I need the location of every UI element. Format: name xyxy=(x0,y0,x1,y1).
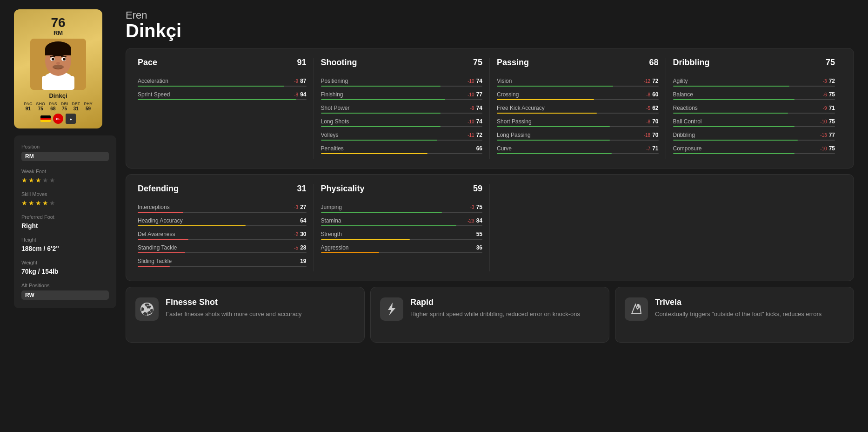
stat-change: -5 xyxy=(294,245,298,250)
player-silhouette xyxy=(30,39,86,90)
page-container: 76 RM xyxy=(0,0,868,352)
flag-club: ◆ xyxy=(66,114,76,124)
stat-num: 28 xyxy=(300,244,306,251)
trait-desc: Contextually triggers "outside of the fo… xyxy=(655,310,844,318)
stat-bar-fill xyxy=(673,126,795,127)
stat-name: Volleys xyxy=(321,132,339,138)
stat-bar-fill xyxy=(321,126,441,127)
stat-name: Heading Accuracy xyxy=(138,217,183,224)
stat-name: Jumping xyxy=(321,204,342,210)
player-first-name: Eren xyxy=(126,9,854,21)
stat-num: 87 xyxy=(300,78,306,84)
stat-name: Sprint Speed xyxy=(138,91,170,98)
stat-item: Balance -6 75 xyxy=(673,91,835,100)
position-row: Position RM xyxy=(21,144,109,161)
stat-name: Crossing xyxy=(497,91,519,98)
card-stat-dri: DRI75 xyxy=(61,101,68,111)
weight-row: Weight 70kg / 154lb xyxy=(21,260,109,275)
stat-change: -2 xyxy=(294,232,298,237)
stat-item: Sprint Speed -8 94 xyxy=(138,91,307,100)
stat-change: -13 xyxy=(820,133,827,138)
stat-item: Aggression 36 xyxy=(321,244,483,253)
category-name: Physicality xyxy=(321,184,365,194)
stat-category-physicality: Physicality 59 Jumping -3 75 Stamina xyxy=(314,184,490,271)
stat-num: 77 xyxy=(829,132,835,138)
svg-marker-15 xyxy=(388,303,395,316)
player-name-header: Eren Dinkçi xyxy=(126,9,854,40)
stat-bar-fill xyxy=(321,153,427,154)
alt-positions-label: Alt Positions xyxy=(21,283,109,288)
svg-rect-12 xyxy=(61,56,67,57)
category-value: 75 xyxy=(826,58,835,68)
stat-category-pace: Pace 91 Acceleration -9 87 Sprint Speed xyxy=(138,58,314,159)
category-value: 75 xyxy=(473,58,482,68)
stat-category-defending: Defending 31 Interceptions -3 27 Heading… xyxy=(138,184,314,271)
stat-item: Reactions -9 71 xyxy=(673,105,835,114)
stat-item: Jumping -3 75 xyxy=(321,204,483,213)
stat-item: Agility -3 72 xyxy=(673,78,835,87)
stat-bar xyxy=(321,153,483,154)
stat-item: Strength 55 xyxy=(321,231,483,240)
stat-bar xyxy=(321,252,483,253)
stat-category-passing: Passing 68 Vision -12 72 Crossing -8 xyxy=(490,58,666,159)
stat-bar xyxy=(497,86,659,87)
stat-bar-fill xyxy=(138,266,170,267)
stat-num: 74 xyxy=(476,105,482,111)
weight-value: 70kg / 154lb xyxy=(21,268,109,275)
stat-item: Crossing -8 60 xyxy=(497,91,659,100)
category-value: 68 xyxy=(649,58,658,68)
card-stat-phy: PHY59 xyxy=(84,101,93,111)
stat-bar-fill xyxy=(497,153,612,154)
stat-item: Ball Control -10 75 xyxy=(673,118,835,127)
stat-name: Long Shots xyxy=(321,118,349,125)
stats-card-main: Pace 91 Acceleration -9 87 Sprint Speed xyxy=(126,48,854,169)
stat-bar-fill xyxy=(321,239,410,240)
category-header: Pace 91 xyxy=(138,58,307,71)
stat-bar xyxy=(673,126,835,127)
stats-card-secondary: Defending 31 Interceptions -3 27 Heading… xyxy=(126,174,854,281)
stat-bar-fill xyxy=(497,140,610,141)
stat-bar xyxy=(497,126,659,127)
svg-rect-6 xyxy=(45,49,71,55)
stat-name: Def Awareness xyxy=(138,231,175,237)
svg-point-10 xyxy=(63,58,66,61)
stat-change: -10 xyxy=(820,119,827,124)
card-rating: 76 xyxy=(51,16,65,29)
stat-bar-fill xyxy=(321,113,441,114)
stat-bar-fill xyxy=(673,99,795,100)
stat-bar xyxy=(673,99,835,100)
stat-bar-fill xyxy=(673,113,788,114)
stat-item: Positioning -10 74 xyxy=(321,78,483,87)
svg-rect-11 xyxy=(50,56,55,57)
trait-name: Trivela xyxy=(655,297,844,307)
trait-name: Rapid xyxy=(410,297,600,307)
trait-card-trivela: Trivela Contextually triggers "outside o… xyxy=(615,287,854,343)
stat-num: 75 xyxy=(829,145,835,152)
stat-bar-fill xyxy=(138,99,296,100)
card-stat-sho: SHO75 xyxy=(36,101,45,111)
card-name: Dinkçi xyxy=(49,92,67,99)
stat-num: 60 xyxy=(652,91,658,98)
stat-bar-fill xyxy=(497,86,613,87)
stat-bar xyxy=(321,86,483,87)
weak-foot-stars: ★ ★ ★ ★ ★ xyxy=(21,176,109,184)
category-name: Pace xyxy=(138,58,157,68)
stat-change: -10 xyxy=(820,146,827,151)
stat-bar xyxy=(138,252,307,253)
stat-num: 62 xyxy=(652,105,658,111)
stat-item: Interceptions -3 27 xyxy=(138,204,307,213)
stat-bar-fill xyxy=(321,86,441,87)
category-name: Dribbling xyxy=(673,58,710,68)
category-header: Shooting 75 xyxy=(321,58,483,71)
flag-germany xyxy=(40,115,51,122)
stat-num: 84 xyxy=(476,217,482,224)
stat-bar xyxy=(321,126,483,127)
stat-item: Free Kick Accuracy -5 62 xyxy=(497,105,659,114)
stat-name: Vision xyxy=(497,78,512,84)
stat-bar xyxy=(673,153,835,154)
trait-info: Finesse Shot Faster finesse shots with m… xyxy=(166,297,355,318)
trait-icon xyxy=(625,297,648,321)
stat-item: Curve -7 71 xyxy=(497,145,659,154)
skill-moves-row: Skill Moves ★ ★ ★ ★ ★ xyxy=(21,191,109,207)
weak-foot-row: Weak Foot ★ ★ ★ ★ ★ xyxy=(21,169,109,184)
